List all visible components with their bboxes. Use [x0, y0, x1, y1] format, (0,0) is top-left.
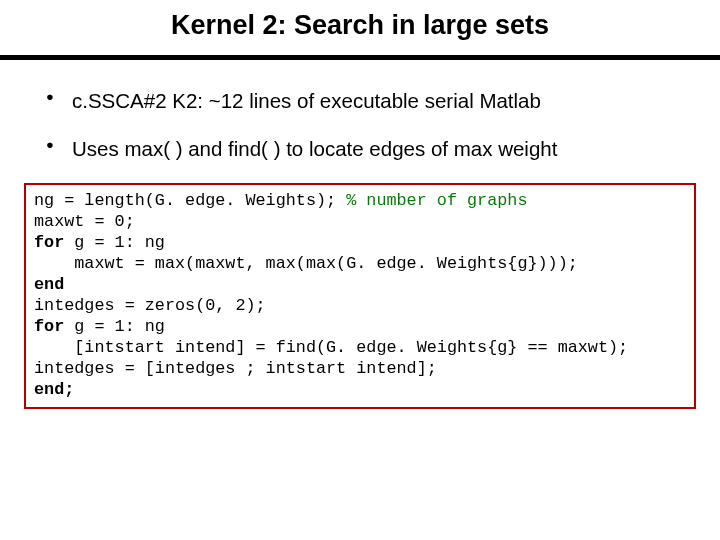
code-line: ng = length(G. edge. Weights);: [34, 191, 346, 210]
code-line: [intstart intend] = find(G. edge. Weight…: [34, 338, 628, 357]
code-line: g = 1: ng: [64, 317, 165, 336]
code-comment: % number of graphs: [346, 191, 527, 210]
code-line: maxwt = max(maxwt, max(max(G. edge. Weig…: [34, 254, 578, 273]
slide-title: Kernel 2: Search in large sets: [0, 0, 720, 60]
code-keyword: end;: [34, 380, 74, 399]
code-line: intedges = zeros(0, 2);: [34, 296, 266, 315]
code-keyword: for: [34, 317, 64, 336]
code-keyword: end: [34, 275, 64, 294]
bullet-list: c.SSCA#2 K2: ~12 lines of executable ser…: [0, 88, 672, 161]
bullet-item: Uses max( ) and find( ) to locate edges …: [72, 136, 672, 162]
bullet-item: c.SSCA#2 K2: ~12 lines of executable ser…: [72, 88, 672, 114]
code-line: g = 1: ng: [64, 233, 165, 252]
code-line: intedges = [intedges ; intstart intend];: [34, 359, 437, 378]
code-line: maxwt = 0;: [34, 212, 135, 231]
code-block: ng = length(G. edge. Weights); % number …: [24, 183, 696, 409]
slide: Kernel 2: Search in large sets c.SSCA#2 …: [0, 0, 720, 540]
code-keyword: for: [34, 233, 64, 252]
